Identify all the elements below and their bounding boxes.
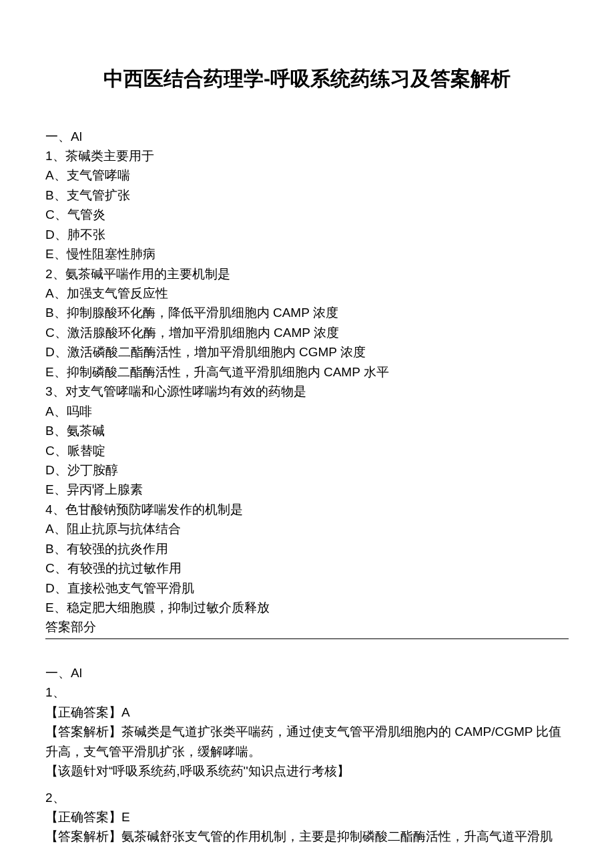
- question-option: B、抑制腺酸环化酶，降低平滑肌细胞内 CAMP 浓度: [45, 303, 569, 322]
- section-divider: [45, 638, 569, 639]
- question-option: D、肺不张: [45, 225, 569, 244]
- answer-correct-label: 【正确答案】: [45, 705, 121, 719]
- answer-correct-value: A: [121, 705, 130, 719]
- page-title: 中西医结合药理学-呼吸系统药练习及答案解析: [45, 63, 569, 95]
- question-option: D、激活磷酸二酯酶活性，增加平滑肌细胞内 CGMP 浓度: [45, 342, 569, 362]
- question-option: E、异丙肾上腺素: [45, 480, 569, 499]
- answer-correct: 【正确答案】A: [45, 703, 569, 722]
- question-text: 氨茶碱平喘作用的主要机制是: [65, 267, 230, 281]
- section-header-1: 一、Al: [45, 127, 569, 146]
- question-option: A、支气管哮喘: [45, 165, 569, 185]
- answer-explain-label: 【答案解析】: [45, 829, 121, 843]
- answer-explain: 【答案解析】氨茶碱舒张支气管的作用机制，主要是抑制磷酸二酯酶活性，升高气道平滑肌: [45, 827, 569, 846]
- question-number: 3、: [45, 384, 65, 398]
- question-option: C、激活腺酸环化酶，增加平滑肌细胞内 CAMP 浓度: [45, 323, 569, 342]
- answer-explain-label: 【答案解析】: [45, 725, 121, 739]
- question-text: 茶碱类主要用于: [65, 149, 154, 163]
- question-option: D、直接松弛支气管平滑肌: [45, 578, 569, 598]
- question-option: A、加强支气管反应性: [45, 284, 569, 303]
- answer-correct-value: E: [121, 810, 130, 824]
- question-option: C、哌替啶: [45, 441, 569, 460]
- answer-explain-text: 氨茶碱舒张支气管的作用机制，主要是抑制磷酸二酯酶活性，升高气道平滑肌: [121, 829, 553, 843]
- answer-number: 1、: [45, 683, 569, 702]
- question-text: 色甘酸钠预防哮喘发作的机制是: [65, 502, 243, 516]
- section-header-2: 一、Al: [45, 663, 569, 683]
- question-option: E、慢性阻塞性肺病: [45, 244, 569, 264]
- question-stem: 2、氨茶碱平喘作用的主要机制是: [45, 264, 569, 284]
- question-option: B、氨茶碱: [45, 421, 569, 440]
- question-text: 对支气管哮喘和心源性哮喘均有效的药物是: [65, 384, 306, 398]
- question-option: A、吗啡: [45, 402, 569, 421]
- question-option: E、抑制磷酸二酯酶活性，升高气道平滑肌细胞内 CAMP 水平: [45, 362, 569, 382]
- question-stem: 4、色甘酸钠预防哮喘发作的机制是: [45, 500, 569, 519]
- answer-explain-text: 茶碱类是气道扩张类平喘药，通过使支气管平滑肌细胞内的 CAMP/CGMP 比值升…: [45, 725, 561, 758]
- question-option: B、支气管扩张: [45, 185, 569, 205]
- question-option: D、沙丁胺醇: [45, 460, 569, 480]
- question-option: E、稳定肥大细胞膜，抑制过敏介质释放: [45, 598, 569, 617]
- question-option: C、气管炎: [45, 205, 569, 224]
- answer-correct-label: 【正确答案】: [45, 810, 121, 824]
- question-number: 1、: [45, 149, 65, 163]
- answer-correct: 【正确答案】E: [45, 807, 569, 827]
- answer-explain: 【答案解析】茶碱类是气道扩张类平喘药，通过使支气管平滑肌细胞内的 CAMP/CG…: [45, 722, 569, 761]
- answer-number: 2、: [45, 788, 569, 807]
- question-option: C、有较强的抗过敏作用: [45, 558, 569, 578]
- question-number: 4、: [45, 502, 65, 516]
- question-option: A、阻止抗原与抗体结合: [45, 519, 569, 538]
- answer-point: 【该题针对“呼吸系统药,呼吸系统药''知识点进行考核】: [45, 761, 569, 781]
- question-stem: 1、茶碱类主要用于: [45, 146, 569, 165]
- question-stem: 3、对支气管哮喘和心源性哮喘均有效的药物是: [45, 382, 569, 401]
- question-number: 2、: [45, 267, 65, 281]
- question-option: B、有较强的抗炎作用: [45, 539, 569, 558]
- answers-section-label: 答案部分: [45, 617, 569, 636]
